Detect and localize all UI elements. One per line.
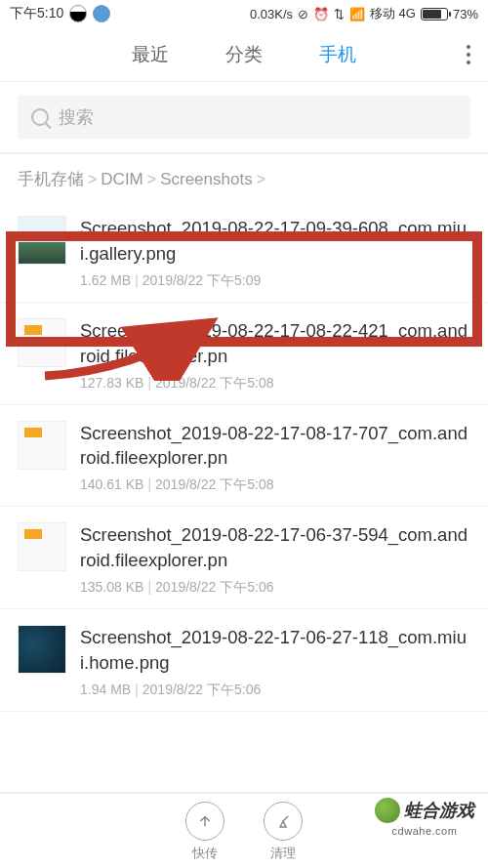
file-item[interactable]: Screenshot_2019-08-22-17-06-37-594_com.a… — [0, 507, 488, 609]
file-meta: 1.94 MB|2019/8/22 下午5:06 — [80, 682, 470, 699]
file-meta: 140.61 KB|2019/8/22 下午5:08 — [80, 476, 470, 494]
battery-percent: 73% — [453, 7, 478, 21]
breadcrumb: 手机存储 > DCIM > Screenshots > — [0, 154, 488, 200]
upload-icon — [185, 802, 224, 841]
status-time: 下午5:10 — [10, 5, 63, 22]
mute-icon: ⊘ — [298, 7, 308, 21]
alarm-icon: ⏰ — [313, 7, 329, 21]
clean-label: 清理 — [270, 845, 296, 862]
tab-recent[interactable]: 最近 — [128, 42, 173, 67]
file-thumbnail — [18, 625, 66, 674]
app-icon — [93, 5, 110, 22]
carrier-label: 移动 4G — [370, 5, 416, 22]
signal-icon: 📶 — [349, 7, 365, 21]
battery-icon — [421, 8, 448, 21]
file-item[interactable]: Screenshot_2019-08-22-17-06-27-118_com.m… — [0, 609, 488, 712]
search-input[interactable]: 搜索 — [18, 96, 470, 139]
broom-icon — [264, 802, 303, 841]
file-item[interactable]: Screenshot_2019-08-22-17-08-17-707_com.a… — [0, 405, 488, 508]
file-item[interactable]: Screenshot_2019-08-22-17-09-39-608_com.m… — [0, 200, 488, 303]
chevron-right-icon: > — [147, 171, 156, 188]
clean-button[interactable]: 清理 — [264, 802, 303, 868]
file-meta: 1.62 MB|2019/8/22 下午5:09 — [80, 272, 470, 290]
breadcrumb-part[interactable]: Screenshots — [160, 170, 253, 189]
menu-icon[interactable] — [459, 37, 478, 72]
transfer-button[interactable]: 快传 — [185, 802, 224, 868]
file-name: Screenshot_2019-08-22-17-09-39-608_com.m… — [80, 216, 470, 267]
file-list: Screenshot_2019-08-22-17-09-39-608_com.m… — [0, 200, 488, 712]
file-meta: 127.83 KB|2019/8/22 下午5:08 — [80, 375, 470, 393]
chevron-right-icon: > — [88, 171, 97, 188]
search-area: 搜索 — [0, 82, 488, 154]
frog-icon — [375, 798, 400, 823]
transfer-label: 快传 — [192, 845, 218, 862]
breadcrumb-part[interactable]: DCIM — [101, 170, 142, 189]
search-placeholder: 搜索 — [59, 105, 94, 129]
sync-icon: ⇅ — [334, 7, 345, 21]
watermark: 蛙合游戏 cdwahe.com — [371, 796, 478, 839]
tab-category[interactable]: 分类 — [222, 42, 266, 67]
search-icon — [31, 108, 49, 126]
file-name: Screenshot_2019-08-22-17-06-27-118_com.m… — [80, 625, 470, 676]
watermark-brand: 蛙合游戏 — [404, 799, 474, 822]
qq-icon — [69, 5, 87, 22]
file-thumbnail — [18, 421, 66, 470]
tab-phone[interactable]: 手机 — [315, 42, 360, 67]
chevron-right-icon: > — [257, 171, 265, 188]
breadcrumb-part[interactable]: 手机存储 — [18, 168, 84, 190]
file-thumbnail — [18, 216, 66, 265]
file-name: Screenshot_2019-08-22-17-06-37-594_com.a… — [80, 522, 470, 573]
status-bar: 下午5:10 0.03K/s ⊘ ⏰ ⇅ 📶 移动 4G 73% — [0, 0, 488, 27]
file-thumbnail — [18, 318, 66, 367]
file-meta: 135.08 KB|2019/8/22 下午5:06 — [80, 579, 470, 597]
watermark-url: cdwahe.com — [375, 825, 474, 837]
status-right: 0.03K/s ⊘ ⏰ ⇅ 📶 移动 4G 73% — [250, 5, 478, 22]
network-speed: 0.03K/s — [250, 7, 293, 21]
file-thumbnail — [18, 522, 66, 571]
status-left: 下午5:10 — [10, 5, 110, 22]
tabs-row: 最近 分类 手机 — [0, 27, 488, 82]
file-name: Screenshot_2019-08-22-17-08-22-421_com.a… — [80, 318, 470, 369]
file-item[interactable]: Screenshot_2019-08-22-17-08-22-421_com.a… — [0, 303, 488, 405]
file-name: Screenshot_2019-08-22-17-08-17-707_com.a… — [80, 421, 470, 472]
